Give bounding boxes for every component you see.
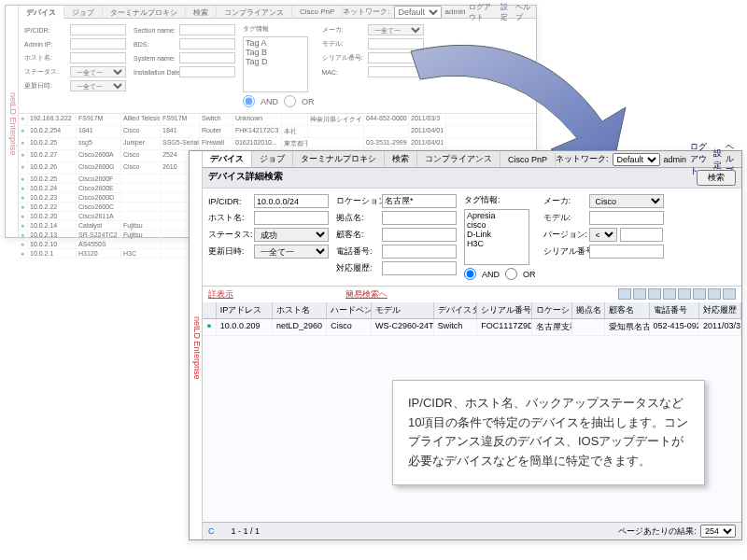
ver-comp-select[interactable]: < (589, 228, 617, 242)
status-select[interactable]: 成功 (254, 228, 329, 242)
network-select[interactable]: Default (394, 6, 442, 19)
and-radio[interactable] (464, 268, 476, 280)
tab-pnp[interactable]: Cisco PnP (500, 153, 556, 166)
tab-terminal[interactable]: ターミナルプロキシ (103, 6, 186, 19)
toolbar-icon[interactable] (708, 288, 721, 300)
tab-job[interactable]: ジョブ (64, 6, 103, 19)
toolbar-icon[interactable] (663, 288, 676, 300)
tab-compliance[interactable]: コンプライアンス (217, 6, 292, 19)
maker-select[interactable]: Cisco (589, 194, 664, 208)
network-label: ネットワーク: (556, 153, 609, 165)
col-vendor[interactable]: ハードベンダー (327, 302, 372, 318)
per-page-select[interactable]: 254 (700, 525, 736, 538)
history-input[interactable] (382, 261, 457, 275)
ip-cidr-input[interactable] (254, 194, 329, 208)
bg-model[interactable] (368, 38, 424, 49)
bg-tagbox[interactable]: Tag ATag BTag D (243, 36, 308, 92)
network-label: ネットワーク: (343, 7, 389, 17)
toolbar-icon[interactable] (648, 288, 661, 300)
model-input[interactable] (589, 211, 664, 225)
bg-serial[interactable] (368, 52, 424, 63)
site-input[interactable] (382, 211, 457, 225)
bg-update[interactable]: 一全て一 (70, 80, 126, 91)
bg-adminip[interactable] (70, 38, 126, 49)
tag-item[interactable]: Apresia (466, 211, 528, 220)
bg-section[interactable] (179, 24, 235, 35)
logout-link[interactable]: ログアウト (469, 2, 497, 22)
col-ip[interactable]: IPアドレス (217, 302, 273, 318)
bg-search-form: IP/CIDR: Admin IP: ホスト名: ステータス:一全て一 更新日時… (19, 19, 536, 114)
grid-header: IPアドレス ホスト名 ハードベンダー モデル デバイスタイプ シリアル番号 ロ… (203, 302, 741, 319)
version-input[interactable] (620, 228, 663, 242)
form-links-bar: 詳表示 簡易検索へ (203, 287, 741, 302)
update-select[interactable]: 一全て一 (254, 245, 329, 259)
settings-link[interactable]: 設定 (713, 147, 722, 172)
tag-item[interactable]: H3C (466, 239, 528, 248)
col-customer[interactable]: 顧客名 (605, 302, 650, 318)
col-type[interactable]: デバイスタイプ (434, 302, 478, 318)
tel-input[interactable] (382, 245, 457, 259)
toolbar-icon[interactable] (678, 288, 691, 300)
callout-box: IP/CIDR、ホスト名、バックアップステータスなど10項目の条件で特定のデバイ… (392, 380, 705, 485)
page-info: 1 - 1 / 1 (232, 526, 261, 536)
footer-bar: C 1 - 1 / 1 ページあたりの結果: 254 (203, 522, 741, 539)
tag-item[interactable]: cisco (466, 220, 528, 230)
toolbar-icon[interactable] (693, 288, 706, 300)
host-input[interactable] (254, 211, 329, 225)
network-select[interactable]: Default (613, 153, 660, 166)
col-site[interactable]: 拠点名 (572, 302, 605, 318)
toolbar-icon[interactable] (723, 288, 736, 300)
bg-bds[interactable] (179, 38, 235, 49)
tabbar: デバイス ジョブ ターミナルプロキシ 検索 コンプライアンス Cisco PnP… (203, 151, 741, 168)
customer-input[interactable] (382, 228, 457, 242)
per-page-label: ページあたりの結果: (618, 525, 697, 538)
location-input[interactable] (382, 194, 457, 208)
tab-device[interactable]: デバイス (203, 151, 252, 167)
tab-compliance[interactable]: コンプライアンス (417, 151, 500, 167)
bg-ip[interactable] (70, 24, 126, 35)
bg-tabbar: デバイス ジョブ ターミナルプロキシ 検索 コンプライアンス Cisco PnP… (19, 6, 536, 19)
bg-mac[interactable] (368, 66, 424, 77)
search-form: IP/CIDR: ホスト名: ステータス:成功 更新日時:一全て一 ロケーション… (203, 189, 741, 287)
tag-item[interactable]: D-Link (466, 230, 528, 239)
or-radio[interactable] (505, 268, 517, 280)
bg-host[interactable] (70, 52, 126, 63)
col-tel[interactable]: 電話番号 (650, 302, 699, 318)
app-sidebar: netLD Enterprise (190, 151, 203, 539)
bg-system[interactable] (179, 52, 235, 63)
toolbar-icon[interactable] (633, 288, 646, 300)
tab-pnp[interactable]: Cisco PnP (292, 6, 343, 19)
col-location[interactable]: ロケーション (532, 302, 572, 318)
bg-and[interactable] (243, 95, 255, 107)
toolbar-icon[interactable] (618, 288, 631, 300)
table-row[interactable]: ● 10.0.0.209 netLD_2960 Cisco WS-C2960-2… (203, 319, 741, 336)
reload-icon[interactable]: C (208, 526, 215, 536)
detail-link[interactable]: 詳表示 (208, 288, 233, 301)
col-model[interactable]: モデル (372, 302, 434, 318)
user: admin (445, 7, 466, 16)
bg-status[interactable]: 一全て一 (70, 66, 126, 77)
status-ok-icon: ● (203, 319, 217, 335)
col-history[interactable]: 対応履歴 (699, 302, 741, 318)
settings-link[interactable]: 設定 (500, 2, 512, 22)
user: admin (664, 155, 687, 164)
help-link[interactable]: ヘルプ (515, 2, 532, 22)
simple-search-link[interactable]: 簡易検索へ (345, 288, 388, 301)
tab-job[interactable]: ジョブ (252, 151, 293, 167)
tag-listbox[interactable]: Apresia cisco D-Link H3C (464, 209, 529, 265)
bg-install[interactable] (179, 66, 235, 77)
tab-search[interactable]: 検索 (385, 151, 417, 167)
serial-input[interactable] (589, 245, 664, 259)
app-sidebar: netLD Enterprise (6, 6, 19, 237)
bg-or[interactable] (284, 95, 296, 107)
tab-search[interactable]: 検索 (186, 6, 217, 19)
col-host[interactable]: ホスト名 (273, 302, 327, 318)
tab-terminal[interactable]: ターミナルプロキシ (293, 151, 385, 167)
search-button[interactable]: 検索 (697, 170, 736, 186)
col-serial[interactable]: シリアル番号 (477, 302, 531, 318)
tab-device[interactable]: デバイス (19, 6, 64, 19)
bg-maker[interactable]: 一全て一 (368, 24, 424, 35)
